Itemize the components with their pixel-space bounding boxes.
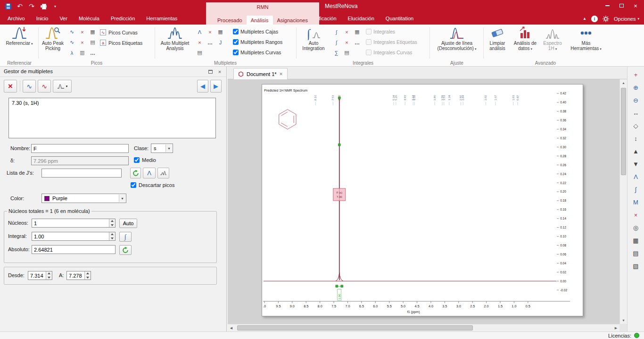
nombre-input[interactable] — [31, 144, 129, 153]
nmr-spectrum[interactable]: Predicted 1H NMR Spectrum 8.167.537.305.… — [262, 85, 583, 316]
collapse-ribbon-icon[interactable]: ▲ — [583, 17, 586, 21]
auto-peak-picking-button[interactable]: Auto Peak Picking — [40, 26, 66, 51]
vertical-scroll-thumb[interactable] — [621, 88, 626, 175]
multiplet-label-box[interactable] — [333, 188, 346, 201]
integral-tool-icon[interactable]: ∫ — [630, 184, 642, 195]
absoluto-input[interactable] — [32, 245, 116, 254]
auto-multiplet-analysis-button[interactable]: Auto Multiplet Analysis — [157, 26, 193, 51]
picos-etiquetas-toggle[interactable]: a Picos Etiquetas — [100, 38, 142, 47]
pan-icon[interactable]: ◇ — [630, 120, 642, 131]
stepper-arrows[interactable] — [109, 219, 115, 227]
opciones-menu[interactable]: Opciones▾ — [614, 16, 639, 22]
integral-table-icon[interactable]: ▦ — [352, 27, 362, 37]
previous-multiplet-button[interactable]: ◀ — [197, 80, 208, 93]
multipletes-curvas-checkbox[interactable] — [233, 50, 239, 55]
menu-ver[interactable]: Ver — [54, 13, 73, 25]
peak-delete-icon[interactable]: × — [77, 27, 87, 37]
previous-icon[interactable]: ▲ — [630, 145, 642, 157]
multiplet-j-icon[interactable]: J — [215, 37, 225, 47]
undock-panel-button[interactable] — [206, 68, 214, 76]
vertical-scale-icon[interactable]: ↕ — [630, 133, 642, 144]
layout-icon[interactable]: ▧ — [630, 260, 642, 271]
gear-icon[interactable] — [603, 16, 609, 22]
stepper-arrows[interactable] — [109, 232, 115, 240]
more-icon[interactable]: … — [352, 37, 362, 47]
descartar-picos-checkbox[interactable] — [131, 182, 136, 188]
add-peaks-to-multiplet-button[interactable]: ∿ — [23, 80, 36, 93]
zoom-out-icon[interactable]: ⊖ — [630, 94, 642, 106]
multiplet-remove-icon[interactable]: × — [195, 37, 205, 47]
auto-integration-button[interactable]: ∫ Auto Integration — [298, 26, 329, 51]
multiplet-report-dropdown[interactable]: ▾ — [53, 80, 72, 93]
a-stepper[interactable] — [66, 271, 91, 280]
peak-table-icon[interactable]: ▦ — [88, 27, 98, 37]
refresh-jlist-button[interactable] — [130, 168, 141, 178]
j-coupling-button[interactable]: Λ — [143, 168, 156, 178]
multiplet-delete-icon[interactable]: × — [205, 27, 215, 37]
menu-molecula[interactable]: Molécula — [73, 13, 105, 25]
menu-quantitation[interactable]: Quantitation — [380, 13, 419, 25]
analisis-datos-button[interactable]: Análisis de datos▾ — [512, 26, 538, 51]
license-status-icon[interactable] — [634, 333, 639, 338]
document-canvas[interactable]: Predicted 1H NMR Spectrum 8.167.537.305.… — [228, 79, 619, 324]
show-spectrum-button[interactable] — [157, 168, 169, 178]
data-table-icon[interactable]: ▦ — [630, 235, 642, 246]
integrales-curvas-checkbox[interactable] — [366, 50, 372, 55]
magnifier-icon[interactable]: ◎ — [630, 222, 642, 233]
menu-prediccion[interactable]: Predicción — [105, 13, 140, 25]
more-icon[interactable]: … — [88, 48, 98, 58]
picos-curvas-toggle[interactable]: ∿ Picos Curvas — [100, 28, 138, 37]
undo-button[interactable]: ↶ — [15, 1, 25, 11]
peak-lambda-icon[interactable]: λ — [67, 48, 77, 58]
auto-nucleos-button[interactable]: Auto — [119, 219, 137, 228]
scroll-right-button[interactable]: ▶ — [612, 324, 619, 331]
peak-manual-icon[interactable]: ∿ — [67, 37, 77, 47]
peak-marker[interactable] — [339, 144, 341, 146]
integral-normalize-button[interactable]: ∫ — [119, 232, 132, 242]
info-icon[interactable]: i — [591, 16, 598, 22]
quick-access-dropdown[interactable]: ▾ — [50, 1, 60, 11]
delete-multiplet-button[interactable]: × — [4, 80, 17, 93]
integrales-checkbox[interactable] — [366, 29, 372, 34]
remove-peaks-from-multiplet-button[interactable]: ∿ — [38, 80, 51, 93]
integral-handle[interactable] — [341, 285, 343, 288]
integral-delete-icon[interactable]: × — [342, 27, 352, 37]
jlist-input[interactable] — [41, 169, 122, 178]
desde-stepper[interactable] — [28, 271, 52, 280]
referenciar-button[interactable]: Referenciar▾ — [4, 26, 34, 46]
peak-edit-icon[interactable]: ∿ — [67, 27, 77, 37]
crosshair-icon[interactable]: + — [630, 69, 642, 80]
spectrum-page[interactable]: Predicted 1H NMR Spectrum 8.167.537.305.… — [262, 84, 583, 316]
peak-marker[interactable] — [339, 97, 341, 99]
multipletes-cajas-checkbox[interactable] — [233, 29, 239, 34]
multiplet-list[interactable]: 7.30 (s, 1H) — [8, 98, 216, 138]
save-button[interactable] — [3, 1, 13, 11]
next-multiplet-button[interactable]: ▶ — [210, 80, 222, 93]
menu-elucidacion[interactable]: Elucidación — [342, 13, 380, 25]
espectro-1h-button[interactable]: Espectro 1H▾ — [540, 26, 565, 51]
menu-inicio[interactable]: Inicio — [31, 13, 54, 25]
print-button[interactable] — [38, 1, 49, 11]
integral-handle[interactable] — [336, 285, 338, 288]
tab-asignaciones[interactable]: Asignaciones — [273, 16, 312, 25]
multiplet-table-icon[interactable]: ▦ — [215, 27, 225, 37]
tab-procesado[interactable]: Procesado — [213, 16, 247, 25]
stepper-arrows[interactable] — [46, 271, 52, 280]
scroll-down-button[interactable]: ▼ — [620, 317, 627, 324]
mas-herramientas-button[interactable]: Más Herramientas▾ — [567, 26, 605, 51]
fit-icon[interactable]: ↔ — [630, 107, 642, 119]
vertical-scrollbar[interactable]: ▲ ▼ — [619, 79, 627, 324]
clase-select[interactable]: s ▾ — [151, 144, 173, 153]
nucleos-stepper[interactable] — [32, 219, 116, 228]
refresh-absoluto-button[interactable] — [119, 245, 132, 255]
peak-grid-icon[interactable]: ▥ — [77, 48, 87, 58]
close-tab-icon[interactable]: × — [280, 71, 283, 77]
report-icon[interactable]: ▤ — [630, 247, 642, 259]
scroll-left-button[interactable]: ◀ — [228, 324, 235, 331]
multiplet-edit-icon[interactable]: Λ — [195, 27, 205, 37]
redo-button[interactable]: ↷ — [26, 1, 37, 11]
scroll-up-button[interactable]: ▲ — [620, 79, 627, 86]
ajuste-linea-button[interactable]: Ajuste de línea (Desconvolución)▾ — [432, 26, 482, 51]
color-select[interactable]: Purple ▾ — [41, 194, 126, 203]
cut-icon[interactable]: × — [630, 209, 642, 220]
